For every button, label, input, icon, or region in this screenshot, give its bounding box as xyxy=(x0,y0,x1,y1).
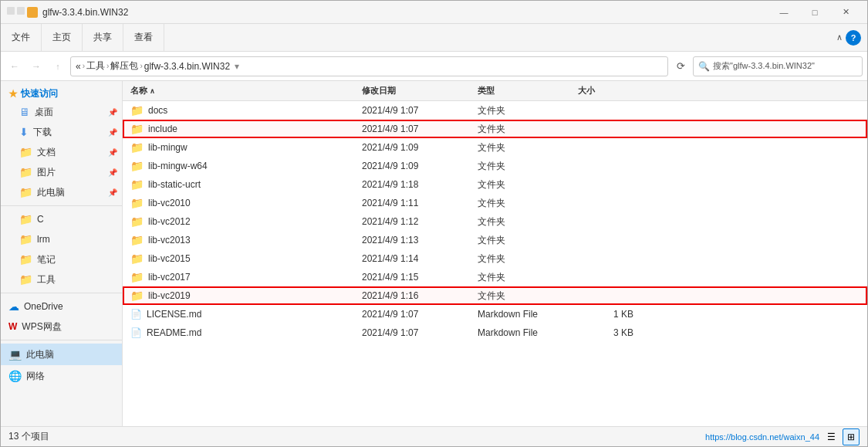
notes-folder-icon: 📁 xyxy=(19,253,32,266)
file-date: 2021/4/9 1:09 xyxy=(359,161,475,171)
folder-icon: 📁 xyxy=(130,271,144,283)
sidebar-item-notes[interactable]: 📁 笔记 xyxy=(1,249,122,269)
sidebar-onedrive[interactable]: ☁ OneDrive xyxy=(1,296,122,317)
file-size: 3 KB xyxy=(575,327,637,338)
file-list: 名称 ∧ 修改日期 类型 大小 📁 docs 2021/4/9 1:07 文件夹 xyxy=(123,81,867,426)
sidebar-item-tools[interactable]: 📁 工具 xyxy=(1,269,122,290)
status-right: https://blog.csdn.net/waixn_44 ☰ ⊞ xyxy=(705,428,860,445)
file-name-cell: 📁 docs xyxy=(127,104,359,117)
file-name-cell: 📁 lib-vc2015 xyxy=(127,252,359,265)
sidebar-this-pc[interactable]: 💻 此电脑 xyxy=(1,344,122,365)
this-pc-icon: 💻 xyxy=(8,348,22,361)
table-row[interactable]: 📁 include 2021/4/9 1:07 文件夹 xyxy=(123,120,867,138)
sidebar-wps[interactable]: W WPS网盘 xyxy=(1,317,122,337)
column-name[interactable]: 名称 ∧ xyxy=(127,85,359,97)
file-name: LICENSE.md xyxy=(147,309,201,320)
forward-button[interactable]: → xyxy=(27,57,46,76)
table-row[interactable]: 📁 lib-vc2013 2021/4/9 1:13 文件夹 xyxy=(123,231,867,249)
file-name-cell: 📁 include xyxy=(127,123,359,135)
table-row[interactable]: 📄 LICENSE.md 2021/4/9 1:07 Markdown File… xyxy=(123,305,867,323)
ribbon: 文件 主页 共享 查看 ∧ ? xyxy=(1,24,867,52)
file-name: lib-vc2012 xyxy=(148,216,191,227)
sidebar-item-download[interactable]: ⬇ 下载 📌 xyxy=(1,122,122,142)
table-row[interactable]: 📁 lib-vc2017 2021/4/9 1:15 文件夹 xyxy=(123,268,867,286)
breadcrumb-tools[interactable]: 工具 xyxy=(86,59,105,73)
address-input[interactable]: « › 工具 › 解压包 › glfw-3.3.4.bin.WIN32 ▾ xyxy=(70,56,668,76)
file-date: 2021/4/9 1:16 xyxy=(359,290,475,301)
table-row[interactable]: 📁 lib-vc2010 2021/4/9 1:11 文件夹 xyxy=(123,194,867,212)
folder-icon xyxy=(27,7,38,18)
file-name-cell: 📁 lib-vc2019 xyxy=(127,290,359,302)
minimize-button[interactable]: — xyxy=(768,1,799,24)
star-icon: ★ xyxy=(8,88,18,100)
column-size[interactable]: 大小 xyxy=(575,85,637,97)
folder-icon: 📁 xyxy=(130,160,144,172)
sidebar-item-pictures[interactable]: 📁 图片 📌 xyxy=(1,162,122,182)
column-date[interactable]: 修改日期 xyxy=(359,85,475,97)
up-button[interactable]: ↑ xyxy=(49,57,67,76)
sidebar-network[interactable]: 🌐 网络 xyxy=(1,365,122,387)
search-box[interactable]: 🔍 搜索"glfw-3.3.4.bin.WIN32" xyxy=(693,56,863,76)
sidebar-item-docs[interactable]: 📁 文档 📌 xyxy=(1,142,122,162)
c-folder-icon: 📁 xyxy=(19,213,32,225)
ribbon-help-button[interactable]: ? xyxy=(846,30,861,46)
table-row[interactable]: 📁 lib-mingw-w64 2021/4/9 1:09 文件夹 xyxy=(123,157,867,175)
view-grid-button[interactable]: ⊞ xyxy=(843,428,860,445)
table-row[interactable]: 📁 docs 2021/4/9 1:07 文件夹 xyxy=(123,101,867,120)
tab-view[interactable]: 查看 xyxy=(123,24,164,51)
tools-folder-icon: 📁 xyxy=(19,273,32,286)
sidebar-item-c[interactable]: 📁 C xyxy=(1,209,122,229)
tab-file[interactable]: 文件 xyxy=(1,24,42,51)
thispc-quick-icon: 📁 xyxy=(19,186,32,198)
file-type: 文件夹 xyxy=(475,123,575,136)
table-row[interactable]: 📄 README.md 2021/4/9 1:07 Markdown File … xyxy=(123,323,867,342)
file-date: 2021/4/9 1:15 xyxy=(359,272,475,283)
title-icon-2 xyxy=(17,7,25,15)
title-bar-icons xyxy=(7,7,38,18)
address-bar: ← → ↑ « › 工具 › 解压包 › glfw-3.3.4.bin.WIN3… xyxy=(1,52,867,81)
table-row[interactable]: 📁 lib-vc2015 2021/4/9 1:14 文件夹 xyxy=(123,249,867,268)
sidebar-item-desktop[interactable]: 🖥 桌面 📌 xyxy=(1,102,122,122)
file-type: 文件夹 xyxy=(475,215,575,229)
maximize-button[interactable]: □ xyxy=(799,1,830,24)
table-row[interactable]: 📁 lib-static-ucrt 2021/4/9 1:18 文件夹 xyxy=(123,175,867,194)
folder-icon: 📁 xyxy=(130,290,144,302)
breadcrumb-home[interactable]: « xyxy=(76,61,81,72)
table-row[interactable]: 📁 lib-mingw 2021/4/9 1:09 文件夹 xyxy=(123,138,867,157)
table-row[interactable]: 📁 lib-vc2019 2021/4/9 1:16 文件夹 xyxy=(123,286,867,305)
item-count: 13 个项目 xyxy=(8,430,49,443)
pin-icon-thispc: 📌 xyxy=(108,188,117,197)
column-type[interactable]: 类型 xyxy=(475,85,575,97)
network-icon: 🌐 xyxy=(8,370,22,382)
refresh-button[interactable]: ⟳ xyxy=(671,57,690,76)
sidebar-item-lrm[interactable]: 📁 lrm xyxy=(1,229,122,249)
tab-home[interactable]: 主页 xyxy=(42,24,83,51)
folder-icon: 📁 xyxy=(130,141,144,154)
file-name: lib-vc2017 xyxy=(148,272,191,283)
file-type: 文件夹 xyxy=(475,271,575,284)
file-name: README.md xyxy=(147,327,201,338)
folder-icon: 📁 xyxy=(130,252,144,265)
file-icon: 📄 xyxy=(130,309,142,320)
view-list-button[interactable]: ☰ xyxy=(822,428,839,445)
sidebar-divider-2 xyxy=(1,293,122,293)
close-button[interactable]: ✕ xyxy=(830,1,861,24)
desktop-folder-icon: 🖥 xyxy=(19,106,30,118)
file-name-cell: 📁 lib-static-ucrt xyxy=(127,178,359,191)
folder-icon: 📁 xyxy=(130,234,144,246)
back-button[interactable]: ← xyxy=(5,57,24,76)
ribbon-right: ∧ ? xyxy=(836,24,867,51)
breadcrumb-current[interactable]: glfw-3.3.4.bin.WIN32 xyxy=(144,61,230,72)
table-row[interactable]: 📁 lib-vc2012 2021/4/9 1:12 文件夹 xyxy=(123,212,867,231)
wps-icon: W xyxy=(8,321,17,332)
address-dropdown-icon[interactable]: ▾ xyxy=(235,61,239,72)
search-icon: 🔍 xyxy=(698,61,710,72)
sidebar-item-thispc-quick[interactable]: 📁 此电脑 📌 xyxy=(1,182,122,202)
file-date: 2021/4/9 1:12 xyxy=(359,216,475,227)
breadcrumb-unzip[interactable]: 解压包 xyxy=(110,59,138,73)
ribbon-expand-icon[interactable]: ∧ xyxy=(836,32,843,42)
tab-share[interactable]: 共享 xyxy=(83,24,123,51)
sidebar-divider-1 xyxy=(1,205,122,206)
file-name-cell: 📁 lib-vc2017 xyxy=(127,271,359,283)
file-rows-container: 📁 docs 2021/4/9 1:07 文件夹 📁 include 2021/… xyxy=(123,101,867,342)
